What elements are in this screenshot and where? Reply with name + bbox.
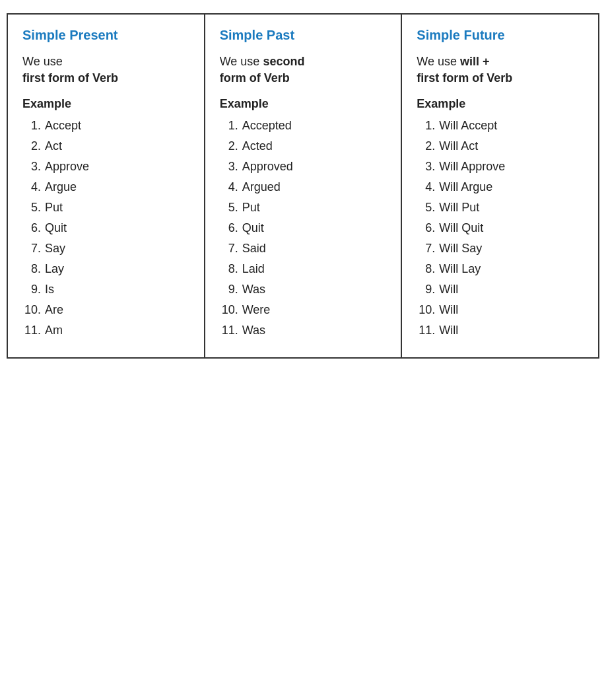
list-item: 8.Will Lay [417,262,586,276]
list-item: 6.Will Quit [417,221,586,235]
item-word: Quit [45,221,192,235]
list-item: 6.Quit [220,221,389,235]
list-item: 11.Am [22,324,192,337]
item-number: 1. [220,119,238,133]
list-item: 8.Laid [220,262,389,276]
item-word: Said [242,242,389,256]
list-item: 11.Was [220,324,389,337]
item-number: 9. [22,283,41,297]
item-number: 3. [417,160,435,174]
item-word: Will Act [439,139,586,153]
simple-present-header: Simple Present [22,28,192,43]
list-item: 4.Argued [220,180,389,194]
item-number: 1. [417,119,435,133]
item-word: Was [242,324,389,337]
simple-present-verb-list: 1.Accept2.Act3.Approve4.Argue5.Put6.Quit… [22,119,192,337]
item-word: Put [45,201,192,215]
list-item: 3.Approve [22,160,192,174]
item-number: 2. [417,139,435,153]
item-number: 9. [220,283,238,297]
item-number: 10. [417,303,435,317]
list-item: 8.Lay [22,262,192,276]
list-item: 5.Put [220,201,389,215]
item-word: Put [242,201,389,215]
simple-present-example-label: Example [22,97,192,111]
list-item: 7.Will Say [417,242,586,256]
item-number: 8. [220,262,238,276]
list-item: 3.Will Approve [417,160,586,174]
list-item: 7.Say [22,242,192,256]
simple-past-use-text: We use second [220,55,389,69]
item-word: Will Argue [439,180,586,194]
list-item: 4.Will Argue [417,180,586,194]
item-number: 5. [220,201,238,215]
column-simple-present: Simple PresentWe usefirst form of VerbEx… [8,15,205,357]
item-word: Say [45,242,192,256]
item-number: 3. [220,160,238,174]
item-number: 7. [417,242,435,256]
item-word: Will [439,303,586,317]
simple-past-verb-list: 1.Accepted2.Acted3.Approved4.Argued5.Put… [220,119,389,337]
item-number: 5. [417,201,435,215]
simple-future-verb-list: 1.Will Accept2.Will Act3.Will Approve4.W… [417,119,586,337]
item-word: Is [45,283,192,297]
item-word: Will Say [439,242,586,256]
list-item: 10.Were [220,303,389,317]
item-number: 6. [220,221,238,235]
simple-past-use-bold: form of Verb [220,71,389,85]
item-word: Approved [242,160,389,174]
item-word: Laid [242,262,389,276]
list-item: 6.Quit [22,221,192,235]
list-item: 2.Act [22,139,192,153]
list-item: 5.Will Put [417,201,586,215]
item-word: Act [45,139,192,153]
item-number: 6. [22,221,41,235]
item-number: 11. [417,324,435,337]
simple-future-use-bold: first form of Verb [417,71,586,85]
item-word: Accepted [242,119,389,133]
list-item: 3.Approved [220,160,389,174]
item-word: Will [439,324,586,337]
item-number: 4. [417,180,435,194]
list-item: 10.Will [417,303,586,317]
simple-future-use-text: We use will + [417,55,586,69]
item-number: 1. [22,119,41,133]
simple-present-use-bold: first form of Verb [22,71,192,85]
item-word: Will [439,283,586,297]
item-word: Will Quit [439,221,586,235]
item-number: 2. [220,139,238,153]
list-item: 1.Will Accept [417,119,586,133]
item-word: Am [45,324,192,337]
item-word: Accept [45,119,192,133]
item-number: 7. [22,242,41,256]
list-item: 7.Said [220,242,389,256]
item-number: 2. [22,139,41,153]
item-word: Will Approve [439,160,586,174]
simple-future-example-label: Example [417,97,586,111]
item-number: 10. [220,303,238,317]
simple-past-example-label: Example [220,97,389,111]
list-item: 11.Will [417,324,586,337]
tense-comparison-table: Simple PresentWe usefirst form of VerbEx… [7,13,599,359]
list-item: 9.Was [220,283,389,297]
item-number: 6. [417,221,435,235]
item-number: 10. [22,303,41,317]
item-word: Approve [45,160,192,174]
item-number: 9. [417,283,435,297]
item-number: 7. [220,242,238,256]
item-word: Argue [45,180,192,194]
item-word: Will Accept [439,119,586,133]
column-simple-future: Simple FutureWe use will +first form of … [402,15,598,357]
item-number: 3. [22,160,41,174]
item-word: Will Put [439,201,586,215]
simple-past-header: Simple Past [220,28,389,43]
item-number: 11. [22,324,41,337]
simple-present-use-text: We use [22,55,192,69]
item-word: Were [242,303,389,317]
list-item: 9.Will [417,283,586,297]
item-word: Acted [242,139,389,153]
item-number: 11. [220,324,238,337]
item-word: Lay [45,262,192,276]
item-word: Will Lay [439,262,586,276]
item-word: Quit [242,221,389,235]
